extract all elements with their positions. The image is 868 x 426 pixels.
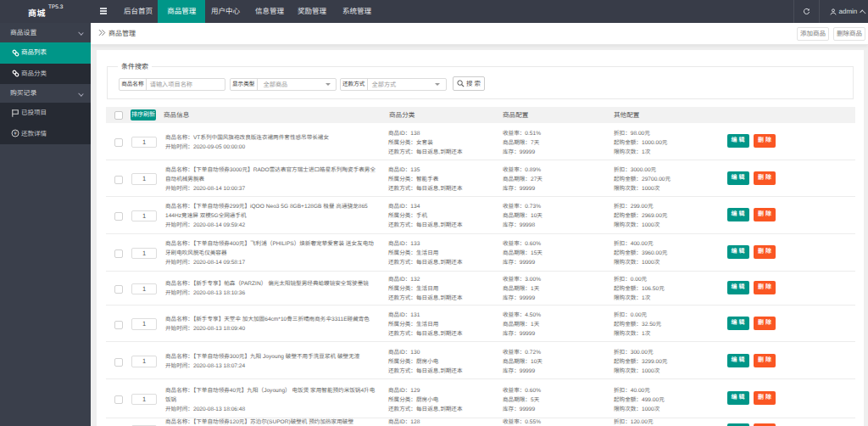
svg-text:¥: ¥: [14, 131, 17, 137]
